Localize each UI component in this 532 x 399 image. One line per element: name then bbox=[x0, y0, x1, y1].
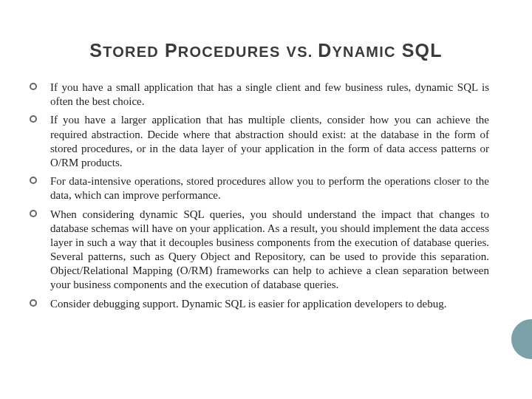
list-item-text: If you have a small application that has… bbox=[50, 81, 489, 107]
slide: STORED PROCEDURES VS. DYNAMIC SQL If you… bbox=[0, 0, 532, 399]
circle-bullet-icon bbox=[30, 210, 37, 217]
list-item-text: Consider debugging support. Dynamic SQL … bbox=[50, 298, 446, 310]
list-item: Consider debugging support. Dynamic SQL … bbox=[25, 297, 507, 316]
circle-bullet-icon bbox=[30, 299, 37, 307]
list-item: When considering dynamic SQL queries, yo… bbox=[25, 208, 507, 297]
slide-title: STORED PROCEDURES VS. DYNAMIC SQL bbox=[25, 40, 507, 73]
circle-bullet-icon bbox=[30, 177, 37, 184]
list-item-text: When considering dynamic SQL queries, yo… bbox=[50, 208, 489, 291]
title-word-sql: SQL bbox=[402, 40, 443, 61]
list-item: If you have a larger application that ha… bbox=[25, 113, 507, 174]
title-word-dynamic: DYNAMIC bbox=[318, 40, 395, 61]
list-item: If you have a small application that has… bbox=[25, 81, 507, 113]
title-word-stored: STORED bbox=[89, 40, 159, 61]
list-item-text: For data-intensive operations, stored pr… bbox=[50, 175, 489, 201]
list-item: For data-intensive operations, stored pr… bbox=[25, 174, 507, 207]
title-vs: VS. bbox=[287, 44, 318, 60]
list-item-text: If you have a larger application that ha… bbox=[50, 114, 489, 168]
circle-bullet-icon bbox=[30, 83, 37, 90]
decorative-circle bbox=[511, 319, 532, 359]
bullet-list: If you have a small application that has… bbox=[25, 73, 507, 316]
circle-bullet-icon bbox=[30, 115, 37, 123]
title-word-procedures: PROCEDURES bbox=[165, 40, 280, 61]
